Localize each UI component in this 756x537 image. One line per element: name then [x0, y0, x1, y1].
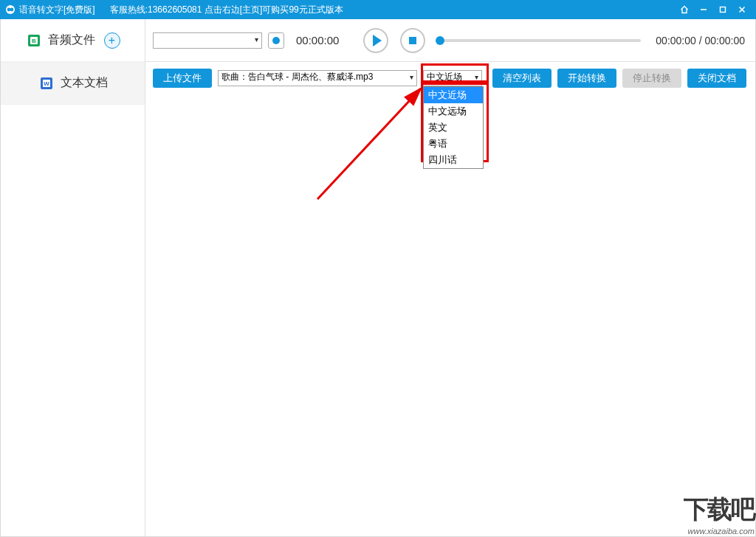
play-icon [373, 35, 382, 46]
lang-option[interactable]: 粤语 [424, 136, 483, 152]
svg-rect-4 [721, 7, 726, 13]
device-combobox[interactable] [153, 32, 262, 49]
close-button[interactable] [732, 0, 752, 19]
lang-option[interactable]: 中文远场 [424, 103, 483, 119]
watermark: 下载吧 www.xiazaiba.com [684, 493, 755, 536]
stop-convert-button: 停止转换 [622, 69, 681, 88]
sidebar-item-audio[interactable]: B 音频文件 + [1, 19, 145, 62]
app-title: 语音转文字[免费版] [19, 4, 95, 16]
playback-time: 00:00:00 / 00:00:00 [656, 35, 745, 46]
add-audio-button[interactable]: + [104, 32, 120, 49]
record-time: 00:00:00 [296, 34, 351, 46]
toolbar: 上传文件 歌曲：告白气球 - 周杰伦、蔡威泽.mp3 中文近场 中文近场 中文远… [145, 62, 755, 94]
maximize-button[interactable] [713, 0, 732, 19]
hotline-text: 客服热线:13662605081 点击右边[主页]可购买99元正式版本 [110, 4, 343, 16]
svg-text:W: W [44, 80, 49, 87]
stop-button[interactable] [400, 28, 425, 53]
language-combobox[interactable]: 中文近场 [423, 70, 482, 86]
lang-option[interactable]: 中文近场 [424, 87, 483, 103]
home-button[interactable] [675, 0, 694, 19]
titlebar: 语音转文字[免费版] 客服热线:13662605081 点击右边[主页]可购买9… [0, 0, 756, 19]
svg-point-2 [10, 8, 14, 12]
seek-thumb[interactable] [436, 36, 444, 45]
player-bar: 00:00:00 00:00:00 / 00:00:00 [145, 19, 755, 62]
sidebar-item-text[interactable]: W 文本文档 [1, 62, 145, 105]
clear-button[interactable]: 清空列表 [492, 69, 551, 88]
audio-file-icon: B [26, 32, 42, 49]
record-button[interactable] [268, 32, 284, 49]
main-area: 00:00:00 00:00:00 / 00:00:00 上传文件 歌曲：告白气… [145, 19, 755, 536]
lang-option[interactable]: 英文 [424, 119, 483, 136]
upload-button[interactable]: 上传文件 [153, 69, 212, 88]
lang-option[interactable]: 四川话 [424, 152, 483, 168]
sidebar: B 音频文件 + W 文本文档 [1, 19, 145, 536]
play-button[interactable] [363, 28, 388, 53]
watermark-text: 下载吧 [684, 493, 755, 527]
stop-icon [409, 37, 416, 44]
close-doc-button[interactable]: 关闭文档 [687, 69, 746, 88]
file-combobox[interactable]: 歌曲：告白气球 - 周杰伦、蔡威泽.mp3 [218, 70, 417, 86]
start-button[interactable]: 开始转换 [557, 69, 616, 88]
svg-text:B: B [32, 38, 36, 44]
watermark-url: www.xiazaiba.com [684, 527, 755, 536]
sidebar-item-label: 文本文档 [61, 75, 108, 91]
record-icon [272, 37, 280, 44]
seek-slider[interactable] [440, 39, 641, 42]
sidebar-item-label: 音频文件 [48, 32, 95, 48]
text-doc-icon: W [38, 75, 55, 91]
language-dropdown: 中文近场 中文远场 英文 粤语 四川话 [423, 86, 484, 169]
app-icon [4, 4, 16, 15]
minimize-button[interactable] [694, 0, 713, 19]
